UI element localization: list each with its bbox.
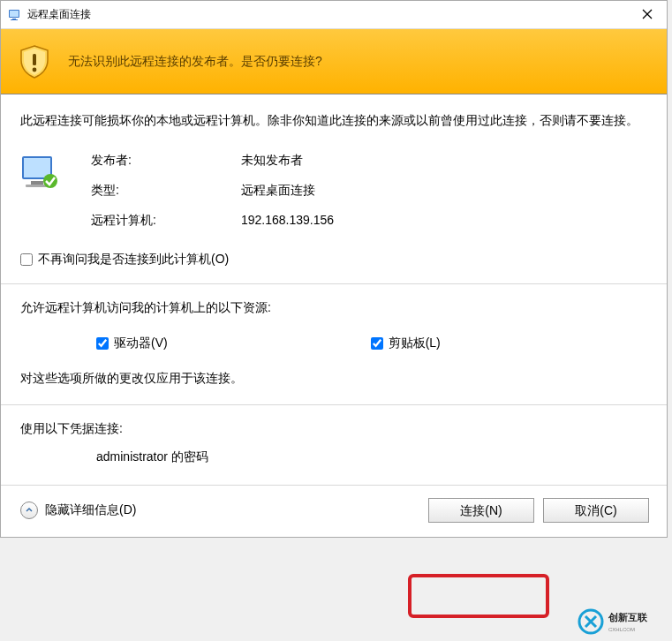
chevron-up-icon [20, 501, 38, 519]
credentials-section: 使用以下凭据连接: administrator 的密码 [1, 405, 667, 486]
resources-heading: 允许远程计算机访问我的计算机上的以下资源: [20, 300, 647, 316]
shield-warning-icon [17, 44, 52, 79]
dont-ask-checkbox[interactable] [20, 253, 33, 266]
svg-point-12 [43, 174, 57, 188]
close-button[interactable] [628, 1, 667, 27]
details-table: 发布者: 未知发布者 类型: 远程桌面连接 远程计算机: 192.168.139… [91, 153, 334, 229]
rdc-icon [8, 8, 22, 22]
remote-computer-value: 192.168.139.156 [241, 213, 334, 229]
publisher-value: 未知发布者 [241, 153, 334, 169]
svg-rect-1 [10, 11, 19, 17]
clipboard-label: 剪贴板(L) [389, 336, 441, 351]
main-section: 此远程连接可能损坏你的本地或远程计算机。除非你知道此连接的来源或以前曾使用过此连… [1, 94, 667, 284]
resources-checks: 驱动器(V) 剪贴板(L) [96, 336, 647, 351]
dont-ask-checkbox-row[interactable]: 不再询问我是否连接到此计算机(O) [20, 252, 647, 268]
svg-point-7 [33, 67, 37, 72]
type-value: 远程桌面连接 [241, 183, 334, 199]
svg-text:创新互联: 创新互联 [608, 612, 648, 622]
footer: 隐藏详细信息(D) 连接(N) 取消(C) [1, 486, 667, 537]
drives-label: 驱动器(V) [114, 336, 168, 351]
type-label: 类型: [91, 183, 241, 199]
svg-rect-3 [11, 19, 18, 20]
svg-rect-10 [31, 181, 43, 185]
connect-button[interactable]: 连接(N) [428, 498, 534, 523]
svg-rect-9 [24, 158, 50, 177]
drives-checkbox[interactable] [96, 337, 109, 350]
resources-note: 对这些选项所做的更改仅应用于该连接。 [20, 371, 647, 387]
red-highlight-frame [408, 574, 549, 618]
credentials-value: administrator 的密码 [96, 449, 647, 465]
computer-icon [19, 153, 61, 195]
close-icon [642, 9, 653, 19]
dont-ask-label: 不再询问我是否连接到此计算机(O) [38, 252, 229, 268]
warning-banner: 无法识别此远程连接的发布者。是否仍要连接? [1, 29, 667, 94]
cancel-button[interactable]: 取消(C) [543, 498, 649, 523]
svg-text:CXHLCOM: CXHLCOM [608, 627, 635, 632]
credentials-heading: 使用以下凭据连接: [20, 421, 647, 437]
hide-details-button[interactable]: 隐藏详细信息(D) [20, 501, 136, 519]
resources-section: 允许远程计算机访问我的计算机上的以下资源: 驱动器(V) 剪贴板(L) 对这些选… [1, 284, 667, 405]
titlebar: 远程桌面连接 [1, 1, 667, 29]
dialog-window: 远程桌面连接 无法识别此远程连接的发布者。是否仍要连接? 此远程连接可能损坏你的… [0, 0, 668, 538]
window-title: 远程桌面连接 [27, 7, 91, 22]
clipboard-checkbox-row[interactable]: 剪贴板(L) [371, 336, 441, 351]
details-row: 发布者: 未知发布者 类型: 远程桌面连接 远程计算机: 192.168.139… [20, 153, 647, 229]
remote-computer-label: 远程计算机: [91, 213, 241, 229]
hide-details-label: 隐藏详细信息(D) [45, 502, 136, 518]
description-text: 此远程连接可能损坏你的本地或远程计算机。除非你知道此连接的来源或以前曾使用过此连… [20, 110, 647, 130]
svg-rect-6 [33, 54, 36, 65]
publisher-label: 发布者: [91, 153, 241, 169]
footer-buttons: 连接(N) 取消(C) [428, 498, 649, 523]
watermark-logo: 创新互联 CXHLCOM [577, 607, 665, 636]
clipboard-checkbox[interactable] [371, 337, 383, 350]
warning-message: 无法识别此远程连接的发布者。是否仍要连接? [68, 54, 322, 70]
drives-checkbox-row[interactable]: 驱动器(V) [96, 336, 168, 351]
svg-rect-2 [12, 19, 16, 19]
